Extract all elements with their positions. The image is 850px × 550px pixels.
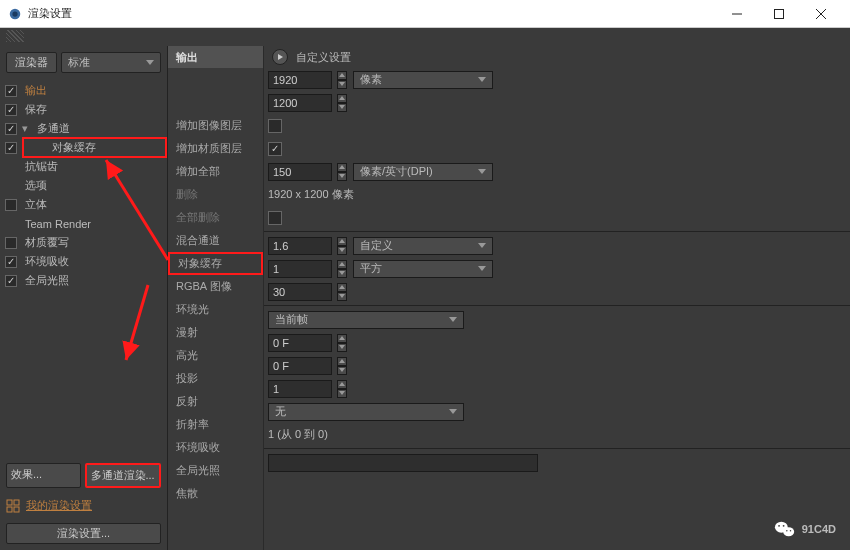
preset-link[interactable]: 我的渲染设置 (26, 498, 92, 513)
addall-checkbox[interactable] (268, 142, 282, 156)
close-button[interactable] (800, 1, 842, 27)
value-column: 自定义设置 1920 像素 1200 150 像素/英寸(DPI) 1920 x… (264, 46, 850, 550)
label-delete[interactable]: 删除 (168, 183, 263, 206)
frames-text: 1 (从 0 到 0) (268, 427, 328, 442)
width-unit-dropdown[interactable]: 像素 (353, 71, 493, 89)
label-gi[interactable]: 全局光照 (168, 459, 263, 482)
fps-field[interactable]: 30 (268, 283, 332, 301)
label-rgba[interactable]: RGBA 图像 (168, 275, 263, 298)
multipass-button[interactable]: 多通道渲染... (85, 463, 162, 488)
label-column: 输出 增加图像图层 增加材质图层 增加全部 删除 全部删除 混合通道 对象缓存 … (168, 46, 264, 550)
section-header: 输出 (168, 46, 263, 68)
label-delete-all[interactable]: 全部删除 (168, 206, 263, 229)
tree-item-multipass[interactable]: ▾ 多通道 (0, 119, 167, 138)
pixel-aspect-field[interactable]: 1 (268, 260, 332, 278)
renderer-button[interactable]: 渲染器 (6, 52, 57, 73)
label-add-image-layer[interactable]: 增加图像图层 (168, 114, 263, 137)
chevron-down-icon (146, 60, 154, 65)
label-blend-channel[interactable]: 混合通道 (168, 229, 263, 252)
tree-item-antialias[interactable]: 抗锯齿 (0, 157, 167, 176)
svg-point-16 (786, 530, 787, 531)
blend-checkbox[interactable] (268, 211, 282, 225)
label-reflection[interactable]: 反射 (168, 390, 263, 413)
tree-item-options[interactable]: 选项 (0, 176, 167, 195)
chevron-down-icon (449, 409, 457, 414)
label-object-buffer[interactable]: 对象缓存 (168, 252, 263, 275)
spinner[interactable] (337, 163, 347, 181)
aspect-field[interactable]: 1.6 (268, 237, 332, 255)
minimize-button[interactable] (716, 1, 758, 27)
dpi-unit-dropdown[interactable]: 像素/英寸(DPI) (353, 163, 493, 181)
tree-item-ao[interactable]: 环境吸收 (0, 252, 167, 271)
from-field[interactable]: 0 F (268, 334, 332, 352)
tree-item-gi[interactable]: 全局光照 (0, 271, 167, 290)
tree-item-material-override[interactable]: 材质覆写 (0, 233, 167, 252)
spinner[interactable] (337, 334, 347, 352)
play-icon (278, 54, 283, 60)
title-bar: 渲染设置 (0, 0, 850, 28)
dpi-field[interactable]: 150 (268, 163, 332, 181)
width-field[interactable]: 1920 (268, 71, 332, 89)
step-field[interactable]: 1 (268, 380, 332, 398)
svg-point-1 (12, 11, 17, 16)
chevron-down-icon (478, 77, 486, 82)
spinner[interactable] (337, 380, 347, 398)
label-specular[interactable]: 高光 (168, 344, 263, 367)
checkbox[interactable] (4, 236, 18, 250)
effects-button[interactable]: 效果... (6, 463, 81, 488)
settings-tree: 输出 保存 ▾ 多通道 对象缓存 抗锯齿 选项 (0, 79, 167, 457)
lock-checkbox[interactable] (268, 119, 282, 133)
chevron-down-icon (478, 169, 486, 174)
watermark-text: 91C4D (802, 523, 836, 535)
label-diffuse[interactable]: 漫射 (168, 321, 263, 344)
play-button[interactable] (272, 49, 288, 65)
label-caustics[interactable]: 焦散 (168, 482, 263, 505)
checkbox[interactable] (4, 103, 18, 117)
right-panel: 输出 增加图像图层 增加材质图层 增加全部 删除 全部删除 混合通道 对象缓存 … (168, 46, 850, 550)
comment-field[interactable] (268, 454, 538, 472)
label-add-all[interactable]: 增加全部 (168, 160, 263, 183)
tree-item-object-buffer[interactable]: 对象缓存 (0, 138, 167, 157)
tree-item-output[interactable]: 输出 (0, 81, 167, 100)
spinner[interactable] (337, 94, 347, 112)
spinner[interactable] (337, 283, 347, 301)
label-ambient[interactable]: 环境光 (168, 298, 263, 321)
height-field[interactable]: 1200 (268, 94, 332, 112)
gripper-icon (6, 30, 24, 42)
preset-icon (6, 499, 20, 513)
tree-item-teamrender[interactable]: Team Render (0, 214, 167, 233)
watermark: 91C4D (774, 518, 836, 540)
maximize-button[interactable] (758, 1, 800, 27)
label-refraction[interactable]: 折射率 (168, 413, 263, 436)
svg-point-15 (782, 525, 784, 527)
save-settings-button[interactable]: 渲染设置... (6, 523, 161, 544)
label-shadow[interactable]: 投影 (168, 367, 263, 390)
window-title: 渲染设置 (28, 6, 716, 21)
svg-rect-9 (14, 507, 19, 512)
to-field[interactable]: 0 F (268, 357, 332, 375)
checkbox[interactable] (4, 84, 18, 98)
fields-dropdown[interactable]: 无 (268, 403, 464, 421)
chevron-down-icon (449, 317, 457, 322)
aspect-dropdown[interactable]: 自定义 (353, 237, 493, 255)
label-add-material-layer[interactable]: 增加材质图层 (168, 137, 263, 160)
svg-rect-8 (7, 507, 12, 512)
renderer-value: 标准 (68, 55, 90, 70)
frame-range-dropdown[interactable]: 当前帧 (268, 311, 464, 329)
pixel-aspect-dropdown[interactable]: 平方 (353, 260, 493, 278)
label-ao[interactable]: 环境吸收 (168, 436, 263, 459)
checkbox[interactable] (4, 122, 18, 136)
spinner[interactable] (337, 237, 347, 255)
expander-icon[interactable]: ▾ (22, 122, 32, 135)
tree-item-save[interactable]: 保存 (0, 100, 167, 119)
left-panel: 渲染器 标准 输出 保存 ▾ 多通道 对象缓存 (0, 46, 168, 550)
tree-item-stereo[interactable]: 立体 (0, 195, 167, 214)
checkbox[interactable] (4, 198, 18, 212)
spinner[interactable] (337, 260, 347, 278)
checkbox[interactable] (4, 274, 18, 288)
renderer-dropdown[interactable]: 标准 (61, 52, 161, 73)
spinner[interactable] (337, 71, 347, 89)
checkbox[interactable] (4, 141, 18, 155)
checkbox[interactable] (4, 255, 18, 269)
spinner[interactable] (337, 357, 347, 375)
